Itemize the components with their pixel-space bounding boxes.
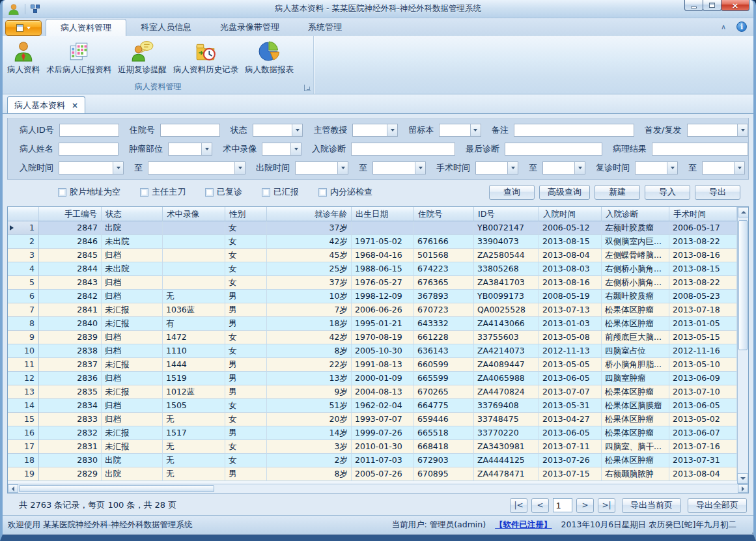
cell[interactable]: 8岁 <box>267 467 352 481</box>
cell[interactable]: 2013-07-07 <box>539 385 602 399</box>
cell[interactable]: 2013-05-31 <box>539 399 602 413</box>
cell[interactable]: 8岁 <box>267 344 352 358</box>
ribbon-tab-patient-management[interactable]: 病人资料管理 <box>46 19 126 36</box>
row-header[interactable]: 3 <box>8 249 39 262</box>
revisit-date-to-select[interactable] <box>702 161 745 174</box>
cell[interactable]: QA0025528 <box>474 303 539 317</box>
remark-field[interactable] <box>514 124 634 137</box>
cell[interactable]: 2013-05-02 <box>669 413 737 426</box>
column-header-3[interactable]: 术中录像 <box>163 207 225 221</box>
cell[interactable]: 女 <box>225 399 267 413</box>
vertical-scrollbar[interactable] <box>737 207 748 484</box>
application-menu-button[interactable] <box>5 20 42 36</box>
cell[interactable]: 女 <box>225 235 267 249</box>
resize-grip[interactable] <box>749 530 751 531</box>
cell[interactable]: 2841 <box>39 303 102 317</box>
cell[interactable]: 男 <box>225 426 267 440</box>
cell[interactable]: 2013-08-22 <box>669 235 737 249</box>
column-header-6[interactable]: 出生日期 <box>352 207 414 221</box>
cell[interactable]: 归档 <box>102 290 163 303</box>
horizontal-scrollbar[interactable] <box>8 484 748 493</box>
cell[interactable]: 1976-05-27 <box>352 276 414 290</box>
endocrine-exam-checkbox[interactable]: 内分泌检查 <box>318 186 372 198</box>
patient-data-button[interactable]: 病人资料 <box>4 38 43 78</box>
cell[interactable]: 松果体区肿瘤 <box>602 303 669 317</box>
cell[interactable]: 2013-08-22 <box>669 276 737 290</box>
cell[interactable]: 2013-07-11 <box>539 440 602 454</box>
cell[interactable]: ZA4444125 <box>474 454 539 467</box>
row-header[interactable]: 2 <box>8 235 39 249</box>
cell[interactable]: 未汇报 <box>102 358 163 372</box>
final-diagnosis-field[interactable] <box>505 143 602 156</box>
table-row[interactable]: 142834归档1505女51岁1962-02-0466477533769408… <box>8 399 737 413</box>
cell[interactable]: 2829 <box>39 467 102 481</box>
row-header[interactable]: 9 <box>8 331 39 344</box>
cell[interactable]: 2844 <box>39 262 102 276</box>
cell[interactable]: 670895 <box>414 467 474 481</box>
cell[interactable]: 左侧桥小脑角... <box>602 276 669 290</box>
admission-diagnosis-field[interactable] <box>351 143 455 156</box>
table-row[interactable]: 192829出院无男8岁2005-07-26670895ZA4478471201… <box>8 467 737 481</box>
cell[interactable]: 51岁 <box>267 399 352 413</box>
intraop-video-select[interactable] <box>262 143 301 156</box>
table-row[interactable]: 112837未汇报1444男22岁1991-08-13660599ZA40894… <box>8 358 737 372</box>
cell[interactable]: ZA4143066 <box>474 317 539 331</box>
tumor-site-select[interactable] <box>168 143 212 156</box>
specimen-dropdown-icon[interactable] <box>470 124 481 136</box>
cell[interactable]: ZA4065988 <box>474 372 539 385</box>
tab-close-icon[interactable]: × <box>72 101 78 110</box>
cell[interactable]: 2834 <box>39 399 102 413</box>
cell[interactable]: 归档 <box>102 413 163 426</box>
cell[interactable]: 2013-05-10 <box>669 358 737 372</box>
cell[interactable]: 右额颞脑脓肿 <box>602 467 669 481</box>
cell[interactable]: 无 <box>163 440 225 454</box>
row-header[interactable]: 4 <box>8 262 39 276</box>
cell[interactable]: 2013-08-03 <box>539 262 602 276</box>
revisited-checkbox-box[interactable] <box>205 188 214 197</box>
cell[interactable]: 2013-05-05 <box>539 358 602 372</box>
cell[interactable]: YB0072147 <box>474 221 539 235</box>
first-recurrence-dropdown-icon[interactable] <box>737 124 748 136</box>
cell[interactable]: 1519 <box>163 372 225 385</box>
cell[interactable]: ZA4214073 <box>474 344 539 358</box>
cell[interactable]: 367893 <box>414 290 474 303</box>
first-recurrence-select[interactable] <box>687 124 749 137</box>
new-button[interactable]: 新建 <box>595 185 640 200</box>
cell[interactable]: 674223 <box>414 262 474 276</box>
admission-date-to-select[interactable] <box>148 161 245 174</box>
cell[interactable]: 2005-07-26 <box>352 467 414 481</box>
column-header-5[interactable]: 就诊年龄 <box>267 207 352 221</box>
cell[interactable]: 归档 <box>102 399 163 413</box>
professor-dropdown-icon[interactable] <box>387 124 397 136</box>
cell[interactable]: 2013-07-31 <box>669 454 737 467</box>
cell[interactable]: 2013-05-08 <box>539 331 602 344</box>
discharge-date-from-dropdown-icon[interactable] <box>337 162 348 174</box>
cell[interactable]: 2013-07-13 <box>539 303 602 317</box>
table-row[interactable]: 122836归档1519男13岁2000-01-09665599ZA406598… <box>8 372 737 385</box>
cell[interactable]: 女 <box>225 454 267 467</box>
film-address-empty-checkbox[interactable]: 胶片地址为空 <box>58 186 120 198</box>
cell[interactable]: 665599 <box>414 372 474 385</box>
cell[interactable]: 33769408 <box>474 399 539 413</box>
cell[interactable]: 45岁 <box>267 249 352 262</box>
cell[interactable]: 归档 <box>102 344 163 358</box>
cell[interactable]: 女 <box>225 440 267 454</box>
cell[interactable] <box>163 276 225 290</box>
reported-checkbox-box[interactable] <box>262 188 270 197</box>
cell[interactable]: 2006-05-12 <box>539 221 602 235</box>
ribbon-tab-staff-info[interactable]: 科室人员信息 <box>126 19 206 36</box>
page-number-input[interactable] <box>553 498 572 512</box>
cell[interactable]: 2013-04-27 <box>539 413 602 426</box>
vertical-scrollbar-thumb[interactable] <box>738 220 748 350</box>
cell[interactable]: ZA4470824 <box>474 385 539 399</box>
cell[interactable]: 1444 <box>163 358 225 372</box>
cell[interactable]: 1999-07-26 <box>352 426 414 440</box>
info-icon[interactable]: i <box>736 21 747 32</box>
first-page-button[interactable]: |< <box>510 498 527 513</box>
discharge-date-from-select[interactable] <box>295 161 348 174</box>
horizontal-scrollbar-thumb[interactable] <box>19 485 214 492</box>
table-row[interactable]: 132835未汇报1012蓝男9岁2004-08-13670265ZA44708… <box>8 385 737 399</box>
specimen-select[interactable] <box>439 124 481 137</box>
cell[interactable]: 33755603 <box>474 331 539 344</box>
cell[interactable]: 归档 <box>102 276 163 290</box>
